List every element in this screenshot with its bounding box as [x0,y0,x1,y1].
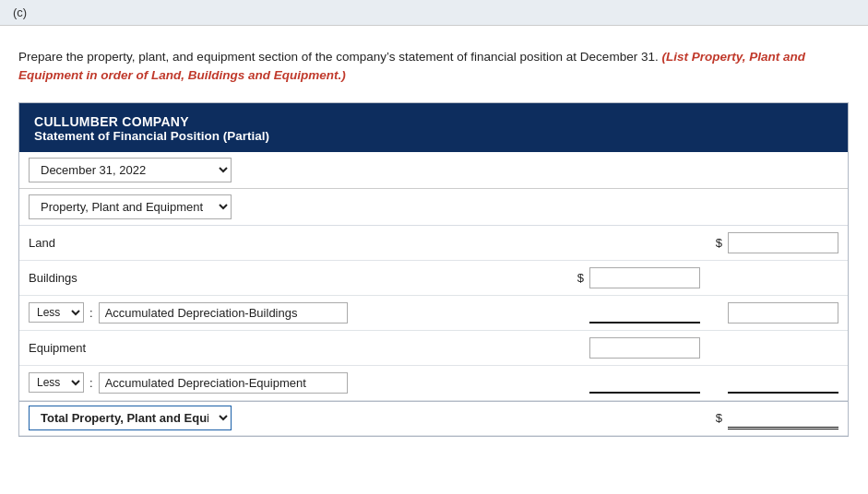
total-row: Total Property, Plant and Equipment $ [19,401,848,436]
total-label-cell: Total Property, Plant and Equipment [29,406,379,430]
less-equipment-mid-input[interactable] [589,372,700,394]
instruction-main: Prepare the property, plant, and equipme… [18,50,659,64]
land-label: Land [29,236,55,250]
land-dollar: $ [716,236,722,250]
less-buildings-label-cell: Less Add : [29,302,379,323]
equipment-mid-input[interactable] [589,337,700,359]
total-col-right: $ [700,407,838,429]
equipment-label-cell: Equipment [29,341,379,355]
less-equipment-col-right [700,372,838,394]
buildings-dollar: $ [577,271,584,285]
less-equipment-colon: : [89,376,93,390]
less-buildings-right-input[interactable] [728,302,838,323]
less-equipment-row: Less Add : [19,366,848,401]
less-buildings-colon: : [89,306,93,320]
less-equipment-label-cell: Less Add : [29,372,379,394]
section-row: Property, Plant and Equipment [19,189,848,226]
page-container: (c) Prepare the property, plant, and equ… [0,0,868,494]
less-equipment-right-input[interactable] [728,372,838,394]
table-header: CULLUMBER COMPANY Statement of Financial… [19,103,848,152]
land-label-cell: Land [29,236,379,250]
table-container: CULLUMBER COMPANY Statement of Financial… [18,102,849,437]
less-equipment-col-mid [534,372,700,394]
less-buildings-row: Less Add : [19,296,848,331]
statement-name: Statement of Financial Position (Partial… [34,129,833,143]
date-row: December 31, 2022 [19,152,848,189]
accumulated-depreciation-equipment-input[interactable] [99,372,348,394]
land-col-right: $ [700,232,838,253]
equipment-label: Equipment [29,341,86,355]
less-buildings-mid-input[interactable] [589,302,700,323]
land-row: Land $ [19,226,848,261]
less-equipment-select[interactable]: Less Add [29,372,84,393]
date-select[interactable]: December 31, 2022 [29,158,232,182]
less-buildings-dropdown: Less Add : [29,302,348,323]
less-buildings-col-right [700,302,838,323]
buildings-label-cell: Buildings [29,271,379,285]
company-name: CULLUMBER COMPANY [34,114,833,129]
instruction-text: Prepare the property, plant, and equipme… [18,48,850,86]
section-select[interactable]: Property, Plant and Equipment [29,194,232,219]
top-bar: (c) [0,0,868,26]
main-content: Prepare the property, plant, and equipme… [0,26,868,455]
land-input[interactable] [728,232,838,253]
top-bar-label: (c) [13,6,27,19]
total-select[interactable]: Total Property, Plant and Equipment [29,406,232,430]
accumulated-depreciation-buildings-input[interactable] [99,302,348,323]
less-equipment-dropdown: Less Add : [29,372,348,394]
buildings-row: Buildings $ [19,261,848,296]
equipment-col-mid [534,337,700,359]
total-dollar: $ [716,411,722,425]
equipment-row: Equipment [19,331,848,366]
buildings-input[interactable] [589,267,700,288]
buildings-label: Buildings [29,271,77,285]
less-buildings-select[interactable]: Less Add [29,302,84,323]
buildings-col-mid: $ [534,267,700,288]
less-buildings-col-mid [534,302,700,323]
total-input[interactable] [728,407,838,429]
